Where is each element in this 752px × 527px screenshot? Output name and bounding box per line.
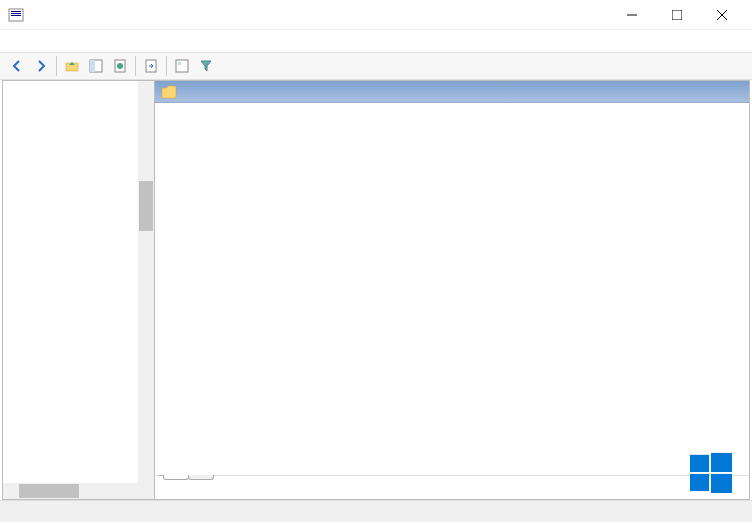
settings-header xyxy=(353,111,741,119)
window-controls xyxy=(609,0,744,30)
content-tabs xyxy=(155,475,749,499)
menu-view[interactable] xyxy=(38,39,54,43)
export-button[interactable] xyxy=(140,55,162,77)
svg-rect-19 xyxy=(711,474,732,493)
menu-help[interactable] xyxy=(54,39,70,43)
settings-column xyxy=(353,111,741,467)
properties-button[interactable] xyxy=(109,55,131,77)
app-icon xyxy=(8,7,24,23)
svg-rect-15 xyxy=(178,62,181,65)
description-prompt xyxy=(163,111,345,119)
win10-logo-icon xyxy=(690,451,732,497)
toolbar xyxy=(0,52,752,80)
menubar xyxy=(0,30,752,52)
content-body xyxy=(155,103,749,475)
titlebar xyxy=(0,0,752,30)
up-folder-button[interactable] xyxy=(61,55,83,77)
forward-button[interactable] xyxy=(30,55,52,77)
show-hide-tree-button[interactable] xyxy=(85,55,107,77)
svg-point-12 xyxy=(117,63,123,69)
svg-rect-2 xyxy=(11,13,21,14)
content-panel xyxy=(155,81,749,499)
tab-extended[interactable] xyxy=(163,475,189,480)
menu-file[interactable] xyxy=(6,39,22,43)
statusbar xyxy=(0,500,752,522)
filter-button[interactable] xyxy=(195,55,217,77)
svg-rect-1 xyxy=(11,11,21,12)
menu-action[interactable] xyxy=(22,39,38,43)
horizontal-scrollbar[interactable] xyxy=(3,483,154,499)
maximize-button[interactable] xyxy=(654,0,699,30)
back-button[interactable] xyxy=(6,55,28,77)
svg-rect-14 xyxy=(176,60,188,72)
watermark xyxy=(690,451,740,497)
main-area xyxy=(2,80,750,500)
tab-standard[interactable] xyxy=(188,475,214,480)
vertical-scrollbar[interactable] xyxy=(138,81,154,483)
minimize-button[interactable] xyxy=(609,0,654,30)
svg-rect-18 xyxy=(690,474,709,491)
svg-rect-5 xyxy=(672,10,682,20)
tree-panel xyxy=(3,81,155,499)
folder-icon xyxy=(161,85,177,99)
description-column xyxy=(163,111,353,467)
svg-rect-10 xyxy=(90,60,95,72)
svg-rect-17 xyxy=(711,453,732,472)
filter-options-button[interactable] xyxy=(171,55,193,77)
close-button[interactable] xyxy=(699,0,744,30)
svg-rect-3 xyxy=(11,15,21,16)
content-header xyxy=(155,81,749,103)
svg-rect-16 xyxy=(690,455,709,472)
